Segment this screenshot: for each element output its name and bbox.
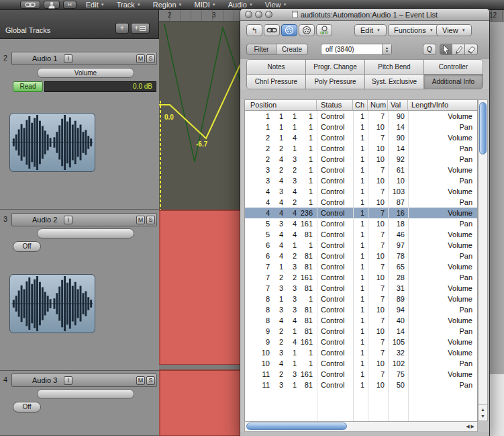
solo-button[interactable]: S: [146, 54, 155, 63]
mute-button[interactable]: M: [136, 376, 145, 385]
track-audio2[interactable]: 3 Audio 2 I M S Off: [0, 210, 159, 371]
filter-button-controller[interactable]: Controller: [424, 60, 483, 74]
view-menu-button[interactable]: View▼: [436, 24, 472, 36]
event-row[interactable]: 4421 Control 1 10 87 Pan: [245, 197, 477, 208]
pencil-tool-button[interactable]: [452, 44, 465, 55]
automation-parameter-select[interactable]: Volume: [37, 68, 134, 78]
filter-button-progr-change[interactable]: Progr. Change: [306, 60, 364, 74]
functions-menu-button[interactable]: Functions▼: [388, 24, 440, 36]
event-row[interactable]: 4341 Control 1 7 103 Volume: [245, 186, 477, 197]
event-row[interactable]: 1111 Control 1 10 14 Pan: [245, 122, 477, 132]
event-row[interactable]: 92181 Control 1 10 14 Pan: [245, 326, 477, 337]
automation-lane-audio1[interactable]: 0.0 -6.7: [159, 21, 240, 210]
midi-in-button[interactable]: [281, 24, 297, 36]
track-header[interactable]: Audio 2 I M S: [11, 213, 157, 226]
automation-parameter-select[interactable]: [37, 389, 134, 399]
waveform-thumbnail[interactable]: [9, 113, 95, 172]
minimize-button[interactable]: [255, 11, 262, 18]
automation-mode-button[interactable]: Off: [13, 402, 41, 412]
pointer-tool-button[interactable]: [440, 44, 452, 55]
automation-parameter-select[interactable]: [37, 228, 134, 238]
scrollbar-arrows[interactable]: ▲▼: [478, 404, 487, 421]
vertical-scrollbar[interactable]: ▲▼: [478, 99, 488, 421]
catch-playhead-button[interactable]: ↰: [246, 24, 262, 36]
eraser-tool-button[interactable]: [465, 44, 478, 55]
waveform-thumbnail[interactable]: [9, 274, 95, 333]
event-row[interactable]: 924161 Control 1 7 105 Volume: [245, 337, 477, 347]
scrollbar-thumb[interactable]: [246, 423, 347, 430]
filter-button-additional-info[interactable]: Additional Info: [424, 75, 483, 89]
event-row[interactable]: 534161 Control 1 10 18 Pan: [245, 218, 477, 229]
close-button[interactable]: [245, 11, 252, 18]
quantize-apply-button[interactable]: Q: [423, 44, 436, 55]
track-header[interactable]: Audio 1 I M S: [11, 52, 157, 65]
event-row[interactable]: 64281 Control 1 10 78 Pan: [245, 251, 477, 261]
create-mode-button[interactable]: Create: [276, 44, 308, 55]
event-row[interactable]: 2431 Control 1 10 92 Pan: [245, 154, 477, 165]
arrange-scrollbar[interactable]: [489, 21, 504, 436]
stepper-icon[interactable]: ▲▼: [382, 44, 391, 54]
volume-automation-curve[interactable]: [159, 64, 240, 138]
event-row[interactable]: 2211 Control 1 10 14 Pan: [245, 143, 477, 154]
menu-region[interactable]: Region▼: [153, 1, 183, 9]
input-monitor-button[interactable]: I: [64, 54, 72, 63]
scrollbar-thumb[interactable]: [479, 102, 487, 155]
event-row[interactable]: 10311 Control 1 7 32 Volume: [245, 347, 477, 358]
arrange-scrollbar-thumb[interactable]: [490, 374, 504, 436]
event-row[interactable]: 84481 Control 1 7 40 Volume: [245, 315, 477, 326]
midi-thru-button[interactable]: [299, 24, 315, 36]
track-name[interactable]: Audio 3: [32, 376, 57, 384]
automation-mode-button[interactable]: Read: [13, 81, 43, 92]
solo-button[interactable]: S: [146, 216, 155, 224]
filter-button-poly-pressure[interactable]: Poly Pressure: [306, 75, 364, 89]
quantize-select[interactable]: off (3840) ▲▼: [321, 44, 392, 55]
menu-view[interactable]: View▼: [265, 1, 287, 9]
event-row[interactable]: 113181 Control 1 10 50 Pan: [245, 380, 477, 390]
filter-button-pitch-bend[interactable]: Pitch Bend: [365, 60, 423, 74]
event-row[interactable]: 73381 Control 1 7 31 Volume: [245, 283, 477, 294]
track-header[interactable]: Audio 3 I M S: [11, 374, 157, 387]
event-row[interactable]: 54481 Control 1 7 46 Volume: [245, 229, 477, 240]
event-row[interactable]: 83381 Control 1 10 94 Pan: [245, 304, 477, 315]
menu-midi[interactable]: MIDI▼: [195, 1, 216, 9]
filter-button-notes[interactable]: Notes: [247, 60, 305, 74]
menu-audio[interactable]: Audio▼: [228, 1, 253, 9]
filter-button-chnl-pressure[interactable]: Chnl Pressure: [247, 75, 305, 89]
scrollbar-arrows[interactable]: ◀▶: [466, 424, 476, 429]
zoom-button[interactable]: [265, 11, 272, 18]
link-button[interactable]: [264, 24, 280, 36]
track-audio1[interactable]: 2 Audio 1 I M S Volume Read 0.0 dB: [0, 39, 159, 210]
event-row[interactable]: 10411 Control 1 10 102 Pan: [245, 358, 477, 369]
filter-button-syst-exclusive[interactable]: Syst. Exclusive: [365, 75, 423, 89]
event-row[interactable]: 1123161 Control 1 7 75 Volume: [245, 369, 477, 380]
filter-mode-button[interactable]: Filter: [246, 44, 276, 55]
track-audio3[interactable]: 4 Audio 3 I M S Off: [0, 371, 159, 436]
event-row[interactable]: 3431 Control 1 10 10 Pan: [245, 175, 477, 186]
midi-out-button[interactable]: OUT: [316, 24, 332, 36]
event-row[interactable]: 2141 Control 1 7 90 Volume: [245, 132, 477, 143]
event-row[interactable]: 722161 Control 1 10 28 Pan: [245, 272, 477, 283]
automation-mode-button[interactable]: Off: [13, 241, 41, 252]
add-track-button[interactable]: +: [115, 23, 129, 34]
mute-button[interactable]: M: [136, 216, 145, 224]
input-monitor-button[interactable]: I: [64, 376, 72, 385]
edit-menu-button[interactable]: Edit▼: [354, 24, 387, 36]
horizontal-scrollbar[interactable]: ◀▶: [244, 421, 478, 432]
window-title-bar[interactable]: audiotuts:Automation:Audio 1 – Event Lis…: [240, 9, 489, 21]
catch-button[interactable]: [44, 1, 60, 9]
event-row[interactable]: 3221 Control 1 7 61 Volume: [245, 165, 477, 175]
event-row[interactable]: 8131 Control 1 7 89 Volume: [245, 294, 477, 304]
event-row[interactable]: 71381 Control 1 7 65 Volume: [245, 261, 477, 272]
link-mode-button[interactable]: [20, 1, 40, 9]
event-row[interactable]: 1111 Control 1 7 90 Volume: [245, 111, 477, 122]
menu-track[interactable]: Track▼: [117, 1, 141, 9]
track-name[interactable]: Audio 1: [32, 54, 57, 62]
input-monitor-button[interactable]: I: [64, 216, 72, 224]
track-name[interactable]: Audio 2: [32, 216, 57, 224]
add-multiple-tracks-button[interactable]: +: [131, 23, 150, 34]
event-row[interactable]: 444236 Control 1 7 16 Volume: [245, 208, 477, 218]
mute-button[interactable]: M: [136, 54, 145, 63]
solo-button[interactable]: S: [146, 376, 155, 385]
event-row[interactable]: 6411 Control 1 7 97 Volume: [245, 240, 477, 251]
menu-edit[interactable]: Edit▼: [86, 1, 105, 9]
